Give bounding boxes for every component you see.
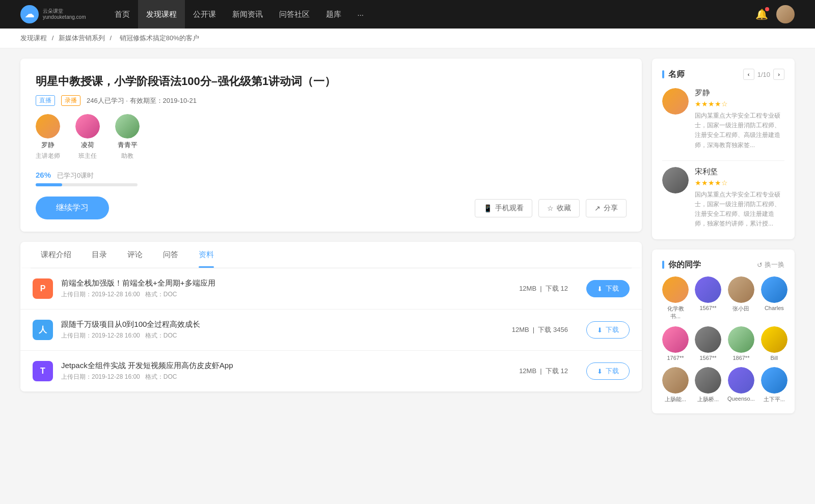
classmate-item[interactable]: 张小田	[727, 276, 755, 320]
refresh-button[interactable]: ↺ 换一换	[757, 260, 784, 269]
logo-icon: ☁	[20, 5, 39, 23]
resource-meta: 上传日期：2019-12-28 16:00 格式：DOC	[61, 290, 511, 299]
progress-bar-fill	[36, 183, 62, 186]
download-button[interactable]: ⬇ 下载	[586, 362, 630, 380]
sidebar-teacher-name: 罗静	[695, 88, 784, 98]
nav-item-新闻资讯[interactable]: 新闻资讯	[224, 0, 271, 29]
teachers-sidebar-card: 名师 ‹ 1/10 › 罗静 ★★★★☆ 国内某重点大学安全工程专业硕士，国家一…	[652, 59, 795, 239]
progress-percent: 26%	[36, 171, 51, 179]
teacher-avatar	[115, 114, 140, 138]
classmate-avatar	[761, 276, 787, 303]
nav-item-公开课[interactable]: 公开课	[185, 0, 224, 29]
user-avatar[interactable]	[776, 5, 795, 23]
download-button[interactable]: ⬇ 下载	[586, 280, 630, 297]
teacher-name: 青青平	[118, 141, 138, 150]
classmate-avatar	[662, 276, 689, 303]
logo-name: 云朵课堂	[43, 8, 86, 14]
sidebar: 名师 ‹ 1/10 › 罗静 ★★★★☆ 国内某重点大学安全工程专业硕士，国家一…	[652, 59, 795, 424]
download-icon: ⬇	[597, 326, 603, 334]
tab-目录[interactable]: 目录	[82, 242, 117, 268]
breadcrumb-link-1[interactable]: 发现课程	[20, 34, 47, 42]
tab-问答[interactable]: 问答	[153, 242, 188, 268]
resource-stats: 12MB | 下载 12	[519, 284, 568, 293]
teachers-pagination: ‹ 1/10 ›	[743, 69, 784, 80]
classmate-item[interactable]: Bill	[761, 326, 787, 361]
navbar: ☁ 云朵课堂 yundouketang.com 首页发现课程公开课新闻资讯问答社…	[0, 0, 815, 29]
course-title: 明星中教授课，小学阶段语法100分–强化级第1讲动词（一）	[36, 74, 627, 89]
course-meta: 直播 录播 246人已学习 · 有效期至：2019-10-21	[36, 95, 627, 106]
star-icon: ☆	[547, 204, 554, 212]
classmates-title: 你的同学	[662, 260, 701, 270]
teacher-name: 凌荷	[81, 141, 94, 150]
nav-item-首页[interactable]: 首页	[106, 0, 138, 29]
resource-meta: 上传日期：2019-12-28 16:00 格式：DOC	[61, 373, 511, 381]
nav-item-问答社区[interactable]: 问答社区	[271, 0, 318, 29]
nav-item-题库[interactable]: 题库	[318, 0, 349, 29]
share-button[interactable]: ↗ 分享	[586, 199, 627, 217]
classmate-name: 上肠能...	[665, 396, 686, 403]
sidebar-teacher-desc: 国内某重点大学安全工程专业硕士，国家一级注册消防工程师、注册安全工程师、级注册建…	[695, 190, 784, 229]
classmate-item[interactable]: Charles	[761, 276, 787, 320]
tabs: 课程介绍目录评论问答资料	[31, 242, 632, 268]
progress-section: 26% 已学习0课时	[36, 171, 627, 186]
course-students: 246人已学习 · 有效期至：2019-10-21	[87, 96, 197, 105]
classmate-item[interactable]: 1567**	[695, 326, 721, 361]
tab-资料[interactable]: 资料	[188, 242, 224, 268]
phone-icon: 📱	[483, 204, 492, 212]
favorite-button[interactable]: ☆ 收藏	[538, 199, 580, 217]
classmate-name: 化学教书...	[662, 305, 689, 320]
continue-learning-button[interactable]: 继续学习	[36, 197, 109, 219]
download-icon: ⬇	[597, 285, 603, 293]
sidebar-teacher-desc: 国内某重点大学安全工程专业硕士，国家一级注册消防工程师、注册安全工程师、高级注册…	[695, 111, 784, 150]
resource-name: 前端全栈加强版！前端全栈+全周期+多端应用	[61, 278, 511, 288]
classmate-item[interactable]: 1867**	[727, 326, 755, 361]
breadcrumb: 发现课程 / 新媒体营销系列 / 销冠修炼术搞定80%的客户	[0, 29, 815, 48]
teachers: 罗静 主讲老师 凌荷 班主任 青青平 助教	[36, 114, 627, 160]
logo[interactable]: ☁ 云朵课堂 yundouketang.com	[20, 5, 86, 23]
classmate-item[interactable]: 1767**	[662, 326, 689, 361]
classmate-item[interactable]: 上肠桥...	[695, 367, 721, 403]
breadcrumb-link-2[interactable]: 新媒体营销系列	[59, 34, 105, 42]
nav-item-发现课程[interactable]: 发现课程	[138, 0, 185, 29]
next-teacher-button[interactable]: ›	[773, 69, 784, 80]
classmates-grid: 化学教书... 1567** 张小田 Charles 1767** 1567**…	[662, 276, 784, 403]
bell-icon[interactable]: 🔔	[755, 8, 768, 20]
classmate-avatar	[662, 367, 689, 394]
tab-评论[interactable]: 评论	[117, 242, 153, 268]
resource-meta: 上传日期：2019-12-28 16:00 格式：DOC	[61, 331, 504, 340]
pagination-text: 1/10	[757, 71, 770, 78]
teacher-item: 凌荷 班主任	[75, 114, 100, 160]
classmate-name: 1567**	[699, 355, 716, 361]
classmate-name: 1767**	[667, 355, 684, 361]
prev-teacher-button[interactable]: ‹	[743, 69, 754, 80]
teacher-role: 主讲老师	[36, 152, 60, 160]
progress-bar-bg	[36, 183, 138, 186]
resource-stats: 12MB | 下载 3456	[512, 325, 568, 334]
nav-right: 🔔	[755, 5, 795, 23]
classmate-item[interactable]: 1567**	[695, 276, 721, 320]
classmate-item[interactable]: Queenso...	[727, 367, 755, 403]
progress-sub: 已学习0课时	[57, 172, 94, 179]
resource-item: T Jetpack全组件实战 开发短视频应用高仿皮皮虾App 上传日期：2019…	[20, 351, 642, 391]
resource-item: P 前端全栈加强版！前端全栈+全周期+多端应用 上传日期：2019-12-28 …	[20, 268, 642, 310]
teacher-role: 班主任	[78, 152, 97, 160]
classmate-name: Bill	[770, 355, 778, 361]
classmate-name: 1867**	[732, 355, 749, 361]
resource-stats: 12MB | 下载 12	[519, 367, 568, 376]
download-button[interactable]: ⬇ 下载	[586, 321, 630, 339]
resource-item: 人 跟随千万级项目从0到100全过程高效成长 上传日期：2019-12-28 1…	[20, 310, 642, 351]
breadcrumb-current: 销冠修炼术搞定80%的客户	[120, 34, 199, 42]
classmate-item[interactable]: 化学教书...	[662, 276, 689, 320]
sidebar-teachers-list: 罗静 ★★★★☆ 国内某重点大学安全工程专业硕士，国家一级注册消防工程师、注册安…	[662, 88, 784, 229]
mobile-watch-button[interactable]: 📱 手机观看	[475, 199, 532, 217]
refresh-icon: ↺	[757, 261, 763, 269]
course-card: 明星中教授课，小学阶段语法100分–强化级第1讲动词（一） 直播 录播 246人…	[20, 59, 642, 232]
classmate-item[interactable]: 上肠能...	[662, 367, 689, 403]
classmate-item[interactable]: 土下平...	[761, 367, 787, 403]
teacher-role: 助教	[121, 152, 133, 160]
tab-课程介绍[interactable]: 课程介绍	[31, 242, 82, 268]
resource-name: Jetpack全组件实战 开发短视频应用高仿皮皮虾App	[61, 361, 511, 371]
teacher-avatar	[75, 114, 100, 138]
classmate-avatar	[728, 326, 754, 353]
nav-item-···[interactable]: ···	[349, 0, 372, 29]
